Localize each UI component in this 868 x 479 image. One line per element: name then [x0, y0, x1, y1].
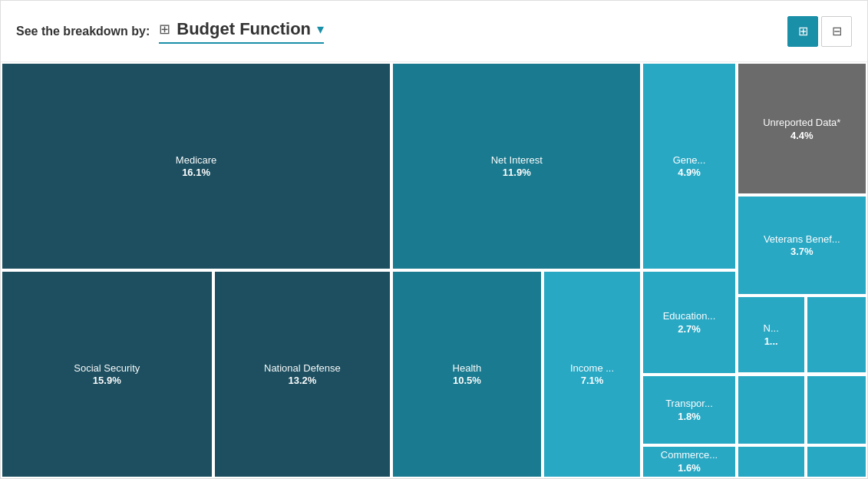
- tile-name: Commerce...: [661, 449, 718, 462]
- tile-value: 16.1%: [182, 167, 210, 178]
- treemap-tile-education[interactable]: Education...2.7%: [642, 270, 736, 375]
- tile-name: Education...: [663, 310, 716, 323]
- tile-name: Medicare: [176, 154, 216, 167]
- tile-name: Health: [453, 362, 482, 375]
- tile-name: Unreported Data*: [763, 117, 840, 130]
- treemap-tile-n2[interactable]: [806, 296, 867, 375]
- grid-view-button[interactable]: ⊞: [787, 16, 818, 47]
- treemap-tile-medicare[interactable]: Medicare16.1%: [1, 62, 391, 270]
- treemap-tile-social-security[interactable]: Social Security15.9%: [1, 270, 213, 478]
- tile-name: Gene...: [673, 154, 706, 167]
- treemap-chart: Medicare16.1%Net Interest11.9%Gene...4.9…: [1, 62, 867, 478]
- treemap-tile-transport[interactable]: Transpor...1.8%: [642, 375, 736, 445]
- treemap-inner: Medicare16.1%Net Interest11.9%Gene...4.9…: [1, 62, 867, 478]
- tile-value: 13.2%: [288, 375, 316, 386]
- grid-icon: ⊞: [798, 24, 808, 38]
- tile-value: 10.5%: [453, 375, 481, 386]
- treemap-tile-s2[interactable]: [806, 375, 867, 445]
- tile-name: Net Interest: [491, 154, 543, 167]
- view-toggle: ⊞ ⊟: [787, 16, 852, 47]
- treemap-tile-health[interactable]: Health10.5%: [391, 270, 542, 478]
- treemap-tile-veterans-benefits[interactable]: Veterans Benef...3.7%: [737, 195, 867, 295]
- treemap-tile-n1[interactable]: N...1...: [737, 296, 806, 375]
- breakdown-dropdown[interactable]: ⊞ Budget Function ▾: [159, 19, 324, 44]
- tile-name: Social Security: [74, 362, 140, 375]
- header: See the breakdown by: ⊞ Budget Function …: [1, 1, 867, 62]
- table-icon: ⊟: [832, 24, 842, 38]
- tile-value: 1.8%: [678, 411, 701, 422]
- treemap-tile-t2[interactable]: [806, 445, 867, 478]
- tile-value: 11.9%: [503, 167, 531, 178]
- tile-name: Veterans Benef...: [764, 233, 840, 246]
- tile-value: 1.6%: [678, 462, 701, 474]
- treemap-tile-t1[interactable]: [737, 445, 806, 478]
- treemap-tile-commerce[interactable]: Commerce...1.6%: [642, 445, 736, 478]
- table-view-button[interactable]: ⊟: [821, 16, 852, 47]
- tile-value: 3.7%: [790, 246, 814, 257]
- treemap-tile-unreported[interactable]: Unreported Data*4.4%: [737, 62, 867, 195]
- tile-name: N...: [764, 322, 779, 335]
- tile-name: Transpor...: [665, 398, 713, 411]
- tile-name: Income ...: [570, 362, 614, 375]
- tile-value: 15.9%: [93, 375, 121, 386]
- treemap-tile-national-defense[interactable]: National Defense13.2%: [213, 270, 392, 478]
- tile-value: 1...: [764, 335, 778, 347]
- tile-value: 2.7%: [678, 323, 701, 335]
- breakdown-label: See the breakdown by:: [16, 25, 150, 38]
- treemap-tile-net-interest[interactable]: Net Interest11.9%: [391, 62, 642, 270]
- chevron-down-icon: ▾: [317, 21, 324, 38]
- treemap-tile-general-govt[interactable]: Gene...4.9%: [642, 62, 736, 270]
- tile-value: 4.9%: [678, 167, 701, 178]
- tile-name: National Defense: [264, 362, 341, 375]
- tile-value: 4.4%: [790, 130, 814, 141]
- header-left: See the breakdown by: ⊞ Budget Function …: [16, 19, 324, 44]
- tile-value: 7.1%: [581, 375, 604, 386]
- treemap-tile-s1[interactable]: [737, 375, 806, 445]
- main-container: See the breakdown by: ⊞ Budget Function …: [0, 0, 868, 479]
- dropdown-text: Budget Function: [177, 19, 311, 39]
- grid-small-icon: ⊞: [159, 21, 170, 38]
- treemap-tile-income-security[interactable]: Income ...7.1%: [543, 270, 642, 478]
